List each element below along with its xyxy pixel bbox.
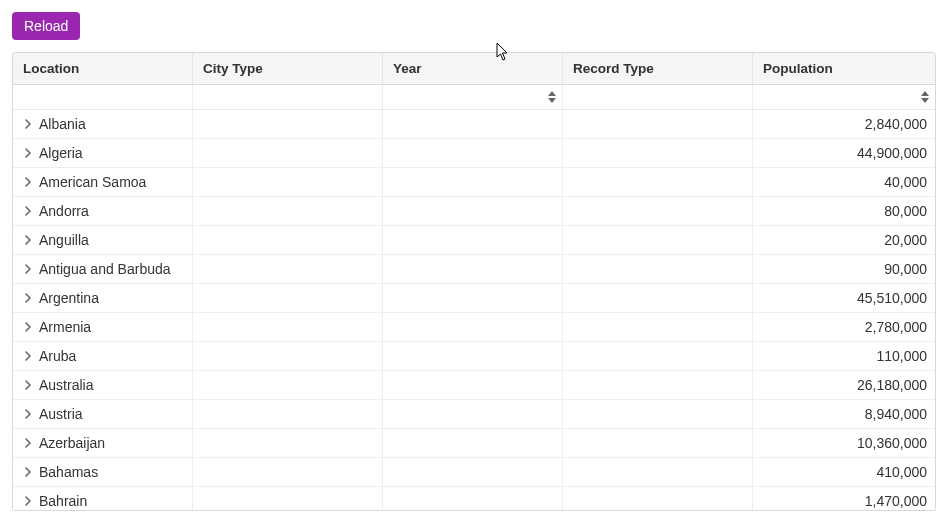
location-label: Algeria: [39, 145, 83, 161]
filter-input-year[interactable]: [387, 87, 545, 107]
table-row[interactable]: Austria8,940,000: [13, 400, 935, 429]
chevron-right-icon[interactable]: [23, 148, 33, 158]
cell-population: 40,000: [753, 168, 935, 196]
cell-population: 26,180,000: [753, 371, 935, 399]
cell-city-type: [193, 429, 383, 457]
cell-location: American Samoa: [13, 168, 193, 196]
cell-location: Antigua and Barbuda: [13, 255, 193, 283]
filter-input-record-type[interactable]: [567, 87, 748, 107]
cell-record-type: [563, 371, 753, 399]
table-row[interactable]: Aruba110,000: [13, 342, 935, 371]
cell-year: [383, 255, 563, 283]
cell-record-type: [563, 255, 753, 283]
cell-population: 2,840,000: [753, 110, 935, 138]
cell-year: [383, 139, 563, 167]
column-header-city-type[interactable]: City Type: [193, 53, 383, 84]
cell-city-type: [193, 458, 383, 486]
cell-location: Albania: [13, 110, 193, 138]
cell-location: Bahrain: [13, 487, 193, 510]
cell-record-type: [563, 400, 753, 428]
cell-location: Aruba: [13, 342, 193, 370]
cell-year: [383, 168, 563, 196]
cell-location: Bahamas: [13, 458, 193, 486]
column-header-year[interactable]: Year: [383, 53, 563, 84]
table-row[interactable]: Antigua and Barbuda90,000: [13, 255, 935, 284]
cell-year: [383, 429, 563, 457]
chevron-right-icon[interactable]: [23, 264, 33, 274]
chevron-right-icon[interactable]: [23, 206, 33, 216]
filter-input-location[interactable]: [17, 87, 188, 107]
population-spinner: [918, 87, 931, 107]
location-label: Albania: [39, 116, 86, 132]
cell-population: 110,000: [753, 342, 935, 370]
spinner-down-icon[interactable]: [921, 98, 929, 103]
chevron-right-icon[interactable]: [23, 351, 33, 361]
cell-record-type: [563, 313, 753, 341]
cell-year: [383, 487, 563, 510]
cell-city-type: [193, 487, 383, 510]
cell-record-type: [563, 197, 753, 225]
grid-body[interactable]: Albania2,840,000Algeria44,900,000America…: [13, 110, 935, 510]
cell-population: 80,000: [753, 197, 935, 225]
cell-population: 8,940,000: [753, 400, 935, 428]
cell-city-type: [193, 168, 383, 196]
cell-record-type: [563, 342, 753, 370]
location-label: Bahamas: [39, 464, 98, 480]
table-row[interactable]: Bahamas410,000: [13, 458, 935, 487]
location-label: Azerbaijan: [39, 435, 105, 451]
filter-cell-location: [13, 85, 193, 109]
cell-city-type: [193, 342, 383, 370]
cell-year: [383, 342, 563, 370]
chevron-right-icon[interactable]: [23, 496, 33, 506]
table-row[interactable]: Anguilla20,000: [13, 226, 935, 255]
table-row[interactable]: Albania2,840,000: [13, 110, 935, 139]
spinner-up-icon[interactable]: [921, 91, 929, 96]
cell-location: Austria: [13, 400, 193, 428]
cell-population: 20,000: [753, 226, 935, 254]
table-row[interactable]: American Samoa40,000: [13, 168, 935, 197]
chevron-right-icon[interactable]: [23, 438, 33, 448]
chevron-right-icon[interactable]: [23, 409, 33, 419]
table-row[interactable]: Australia26,180,000: [13, 371, 935, 400]
cell-year: [383, 284, 563, 312]
cell-city-type: [193, 371, 383, 399]
chevron-right-icon[interactable]: [23, 322, 33, 332]
chevron-right-icon[interactable]: [23, 235, 33, 245]
cell-record-type: [563, 168, 753, 196]
table-row[interactable]: Azerbaijan10,360,000: [13, 429, 935, 458]
filter-cell-year: [383, 85, 563, 109]
filter-input-city-type[interactable]: [197, 87, 378, 107]
year-spinner: [545, 87, 558, 107]
grid-header-row: Location City Type Year Record Type Popu…: [13, 53, 935, 85]
cell-population: 45,510,000: [753, 284, 935, 312]
table-row[interactable]: Argentina45,510,000: [13, 284, 935, 313]
location-label: Austria: [39, 406, 83, 422]
filter-cell-city-type: [193, 85, 383, 109]
table-row[interactable]: Armenia2,780,000: [13, 313, 935, 342]
cell-location: Australia: [13, 371, 193, 399]
table-row[interactable]: Andorra80,000: [13, 197, 935, 226]
cell-city-type: [193, 284, 383, 312]
table-row[interactable]: Algeria44,900,000: [13, 139, 935, 168]
column-header-location[interactable]: Location: [13, 53, 193, 84]
cell-record-type: [563, 110, 753, 138]
cell-location: Andorra: [13, 197, 193, 225]
chevron-right-icon[interactable]: [23, 293, 33, 303]
spinner-down-icon[interactable]: [548, 98, 556, 103]
page: Reload Location City Type Year Record Ty…: [0, 0, 948, 516]
cell-population: 1,470,000: [753, 487, 935, 510]
column-header-population[interactable]: Population: [753, 53, 935, 84]
chevron-right-icon[interactable]: [23, 467, 33, 477]
reload-button[interactable]: Reload: [12, 12, 80, 40]
cell-location: Azerbaijan: [13, 429, 193, 457]
cell-record-type: [563, 226, 753, 254]
table-row[interactable]: Bahrain1,470,000: [13, 487, 935, 510]
cell-record-type: [563, 429, 753, 457]
chevron-right-icon[interactable]: [23, 119, 33, 129]
filter-input-population[interactable]: [757, 87, 918, 107]
column-header-record-type[interactable]: Record Type: [563, 53, 753, 84]
chevron-right-icon[interactable]: [23, 380, 33, 390]
location-label: Armenia: [39, 319, 91, 335]
chevron-right-icon[interactable]: [23, 177, 33, 187]
spinner-up-icon[interactable]: [548, 91, 556, 96]
